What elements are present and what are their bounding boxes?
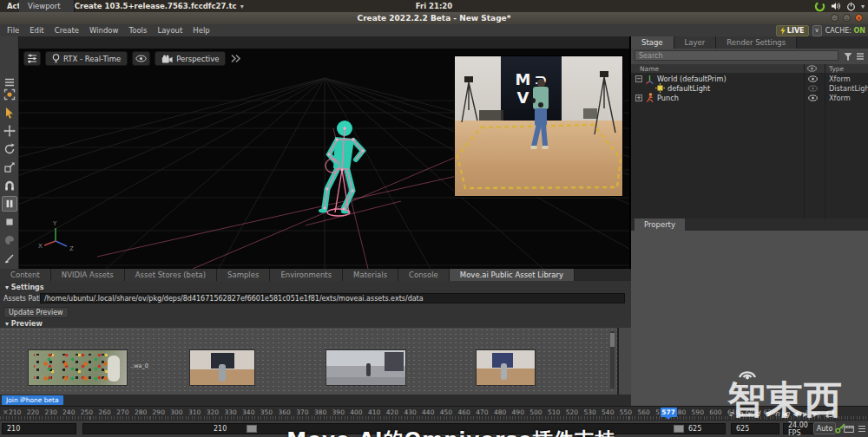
preview-thumbnail-studio-robot[interactable] bbox=[189, 349, 255, 386]
menu-layout[interactable]: Layout bbox=[157, 26, 182, 35]
preview-thumbnail-climbing-wall[interactable] bbox=[28, 349, 128, 386]
light-prim-icon bbox=[655, 83, 665, 93]
prim-name[interactable]: Punch bbox=[657, 94, 679, 102]
move-tool-icon[interactable] bbox=[2, 123, 17, 139]
timeline-menu-icon[interactable] bbox=[858, 425, 866, 433]
tab-materials[interactable]: Materials bbox=[343, 269, 398, 281]
pause-tool-icon[interactable] bbox=[2, 196, 17, 212]
play-icon[interactable]: ▶ bbox=[803, 410, 807, 418]
viewport-settings-button[interactable] bbox=[23, 51, 41, 66]
brush-tool-icon[interactable] bbox=[2, 251, 17, 266]
maximize-button[interactable]: ▫ bbox=[843, 14, 851, 22]
settings-section-header[interactable]: ▾ Settings bbox=[5, 284, 44, 291]
expand-icon[interactable]: + bbox=[635, 95, 642, 101]
timeline-ruler[interactable]: × 21022023024025026027028029030031032033… bbox=[0, 406, 868, 420]
tick-480: 480 bbox=[494, 408, 506, 416]
close-button[interactable]: × bbox=[855, 14, 863, 22]
minimize-button[interactable]: – bbox=[831, 14, 838, 22]
stage-panel-tabs: StageLayerRender Settings bbox=[631, 36, 868, 49]
end-frame-input[interactable] bbox=[731, 423, 779, 434]
prim-name[interactable]: World (defaultPrim) bbox=[657, 75, 727, 83]
viewport-3d-canvas[interactable]: Y X Z RTX - Real-Time Perspective bbox=[19, 49, 629, 269]
clapperboard-icon[interactable] bbox=[844, 424, 854, 433]
snap-tool-icon[interactable] bbox=[2, 178, 17, 193]
prev-frame-icon[interactable]: ◀ bbox=[792, 410, 797, 418]
timeline-playhead[interactable]: 577 bbox=[661, 408, 677, 417]
renderer-selector[interactable]: RTX - Real-Time bbox=[45, 51, 128, 66]
range-start-handle[interactable] bbox=[247, 425, 257, 433]
loop-playback-icon[interactable] bbox=[825, 408, 836, 419]
preview-scrollbar[interactable] bbox=[610, 331, 615, 388]
tick-450: 450 bbox=[440, 408, 452, 416]
live-sync-button[interactable]: LIVE bbox=[776, 25, 809, 36]
tab-move-ai-public-asset-library[interactable]: Move.ai Public Asset Library bbox=[450, 269, 575, 281]
viewport-toolbar: RTX - Real-Time Perspective bbox=[23, 51, 241, 66]
stage-row-punch[interactable]: +PunchXform bbox=[631, 93, 868, 102]
menu-create[interactable]: Create bbox=[55, 26, 79, 35]
menu-edit[interactable]: Edit bbox=[30, 26, 43, 35]
frame-select-tool-icon[interactable] bbox=[2, 87, 17, 102]
collapse-icon[interactable]: − bbox=[635, 75, 642, 82]
update-preview-button[interactable]: Update Preview bbox=[3, 307, 69, 318]
preview-thumbnail-move-banner-robot[interactable] bbox=[476, 349, 536, 386]
stop-tool-icon[interactable] bbox=[2, 214, 17, 230]
filter-funnel-icon[interactable] bbox=[844, 52, 852, 61]
focused-window-menu[interactable]: Create 103.5+release.7563.fccdfc27.tc ▾ bbox=[62, 2, 244, 10]
start-frame-input[interactable] bbox=[2, 423, 76, 434]
visibility-eye-icon[interactable] bbox=[808, 85, 818, 92]
tab-layer[interactable]: Layer bbox=[674, 36, 717, 49]
assets-path-input[interactable] bbox=[40, 293, 625, 303]
toolbar-expand-chevrons-icon[interactable] bbox=[230, 53, 241, 64]
tab-asset-stores-beta[interactable]: Asset Stores (beta) bbox=[125, 269, 217, 281]
prim-name[interactable]: defaultLight bbox=[667, 84, 710, 93]
scale-tool-icon[interactable] bbox=[2, 160, 17, 175]
tick-400: 400 bbox=[350, 408, 362, 416]
visibility-eye-icon[interactable] bbox=[808, 75, 818, 82]
live-dropdown-button[interactable]: ∨ bbox=[812, 25, 822, 36]
system-menu-chevron-icon[interactable]: ▾ bbox=[861, 3, 865, 10]
tab-property[interactable]: Property bbox=[635, 218, 685, 231]
skip-to-start-icon[interactable]: |◀ bbox=[781, 410, 786, 418]
tick-420: 420 bbox=[386, 408, 398, 416]
search-input[interactable] bbox=[635, 50, 838, 61]
tab-environments[interactable]: Environments bbox=[270, 269, 343, 281]
power-icon[interactable] bbox=[846, 2, 856, 11]
menu-window[interactable]: Window bbox=[89, 26, 119, 35]
timeline-close-icon[interactable]: × bbox=[3, 408, 9, 416]
visibility-eye-button[interactable] bbox=[132, 51, 150, 66]
tab-nvidia-assets[interactable]: NVIDIA Assets bbox=[51, 269, 125, 281]
volume-icon[interactable] bbox=[831, 2, 841, 10]
stage-row-defaultlight[interactable]: defaultLightDistantLight bbox=[631, 83, 868, 93]
camera-selector[interactable]: Perspective bbox=[155, 51, 226, 66]
menu-file[interactable]: File bbox=[7, 26, 19, 35]
window-title: Create 2022.2.2 Beta - New Stage* bbox=[358, 14, 511, 23]
preview-strip[interactable]: ..wa_0 bbox=[0, 328, 617, 395]
tab-stage[interactable]: Stage bbox=[631, 36, 674, 49]
tick-540: 540 bbox=[602, 408, 614, 416]
auto-key-button[interactable]: Auto bbox=[813, 422, 836, 434]
cursor-tool-icon[interactable] bbox=[2, 105, 17, 121]
preview-section-header[interactable]: ▾ Preview bbox=[5, 320, 43, 328]
range-end-handle[interactable] bbox=[674, 425, 684, 433]
tick-300: 300 bbox=[170, 408, 182, 416]
screen-record-indicator-icon bbox=[814, 1, 825, 12]
menu-tools[interactable]: Tools bbox=[128, 26, 147, 35]
tab-content[interactable]: Content bbox=[0, 269, 51, 281]
stage-panel: StageLayerRender Settings Name Type −Wor… bbox=[631, 36, 868, 218]
content-panel-tabs: ContentNVIDIA AssetsAsset Stores (beta)S… bbox=[0, 269, 631, 281]
options-menu-icon[interactable] bbox=[856, 52, 865, 61]
tab-console[interactable]: Console bbox=[398, 269, 450, 281]
visibility-eye-icon[interactable] bbox=[808, 95, 818, 101]
tab-render-settings[interactable]: Render Settings bbox=[716, 36, 797, 49]
menu-help[interactable]: Help bbox=[193, 26, 209, 35]
join-iphone-beta-button[interactable]: Join iPhone beta bbox=[2, 395, 63, 405]
tab-viewport[interactable]: Viewport bbox=[19, 0, 75, 12]
column-type: Type bbox=[829, 65, 844, 73]
preview-thumbnail-plaza[interactable] bbox=[326, 349, 406, 386]
next-frame-icon[interactable]: ▶| bbox=[813, 410, 819, 418]
window-title-bar[interactable]: Create 2022.2.2 Beta - New Stage* – ▫ × bbox=[0, 12, 868, 24]
rotate-tool-icon[interactable] bbox=[2, 141, 17, 157]
tab-samples[interactable]: Samples bbox=[217, 269, 270, 281]
paint-tool-icon[interactable] bbox=[2, 232, 17, 248]
stage-row-world-defaultprim[interactable]: −World (defaultPrim)Xform bbox=[631, 74, 868, 83]
